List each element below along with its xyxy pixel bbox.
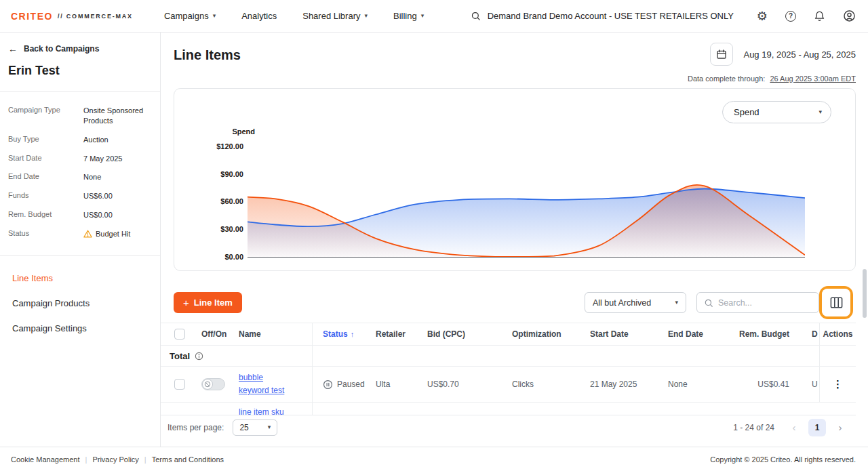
column-settings-button[interactable] [822, 289, 850, 316]
column-header-name[interactable]: Name [229, 323, 313, 345]
chevron-down-icon: ▾ [818, 109, 822, 115]
sidebar-item-campaign-products[interactable]: Campaign Products [0, 291, 160, 316]
search-icon [704, 298, 713, 308]
nav-item-billing[interactable]: Billing ▾ [393, 11, 424, 21]
campaign-details: Campaign Type Onsite Sponsored Products … [0, 92, 160, 256]
nav-item-analytics[interactable]: Analytics [241, 11, 277, 21]
column-header-rem-budget[interactable]: Rem. Budget [739, 329, 808, 339]
date-picker-button[interactable] [710, 43, 733, 66]
back-to-campaigns-link[interactable]: ← Back to Campaigns [0, 33, 160, 62]
line-items-table: Off/On Name Status ↑ Retailer Bid (CPC) … [161, 323, 856, 415]
chevron-down-icon: ▾ [421, 13, 425, 19]
column-header-daily-truncated[interactable]: D [808, 329, 819, 339]
data-complete-link[interactable]: 26 Aug 2025 3:00am EDT [770, 75, 856, 83]
primary-nav: Campaigns ▾ Analytics Shared Library ▾ B… [164, 11, 424, 21]
archive-filter-value: All but Archived [593, 298, 651, 308]
y-tick: $120.00 [174, 142, 243, 150]
current-page-button[interactable]: 1 [808, 419, 826, 436]
nav-item-billing-label: Billing [393, 11, 417, 21]
columns-button-highlight [819, 286, 853, 319]
detail-label: End Date [8, 172, 83, 182]
status-label: Paused [337, 380, 365, 389]
column-header-start-date[interactable]: Start Date [580, 329, 658, 339]
line-item-row: bubble keyword test Paused Ulta US$0.70 … [161, 367, 856, 403]
footer-links: Cookie Management | Privacy Policy | Ter… [5, 455, 229, 464]
add-line-item-label: Line Item [194, 298, 233, 308]
add-line-item-button[interactable]: + Line Item [174, 292, 242, 313]
chevron-down-icon: ▾ [675, 300, 678, 306]
back-to-campaigns-label: Back to Campaigns [24, 44, 99, 54]
nav-item-analytics-label: Analytics [241, 11, 277, 21]
criteo-logo-brand: CRITEO [11, 11, 53, 22]
sidebar-item-campaign-settings[interactable]: Campaign Settings [0, 316, 160, 341]
detail-value: 7 May 2025 [83, 154, 152, 164]
data-complete-note: Data complete through: 26 Aug 2025 3:00a… [688, 75, 856, 83]
chevron-down-icon: ▾ [365, 13, 368, 19]
detail-label: Funds [8, 191, 83, 201]
help-icon[interactable]: ? [785, 11, 796, 22]
campaign-sidebar: ← Back to Campaigns Erin Test Campaign T… [0, 33, 161, 447]
detail-value: None [83, 172, 152, 182]
footer-link-cookie-management[interactable]: Cookie Management [5, 455, 85, 464]
criteo-logo[interactable]: CRITEO // COMMERCE-MAX [11, 11, 133, 22]
date-range-text: Aug 19, 2025 - Aug 25, 2025 [743, 49, 856, 60]
criteo-logo-suffix: // COMMERCE-MAX [58, 13, 133, 20]
vertical-scrollbar-thumb[interactable] [863, 269, 867, 318]
y-tick: $90.00 [174, 170, 243, 178]
metric-select[interactable]: Spend ▾ [722, 101, 831, 123]
rem-budget-cell: US$0.41 [739, 380, 808, 389]
toggle-knob-disabled-icon [202, 379, 213, 390]
line-item-row-partial: line item sku [161, 403, 856, 415]
status-badge: Budget Hit [83, 229, 152, 239]
user-profile-icon[interactable] [843, 9, 856, 22]
table-search-box [696, 292, 819, 313]
line-item-name-link[interactable]: bubble keyword test [239, 371, 294, 396]
main-content: Line Items Aug 19, 2025 - Aug 25, 2025 D… [161, 33, 868, 447]
off-on-toggle[interactable] [201, 378, 225, 390]
column-header-offon[interactable]: Off/On [191, 329, 229, 339]
footer-link-privacy-policy[interactable]: Privacy Policy [87, 455, 144, 464]
page-title: Line Items [174, 47, 241, 63]
account-selector[interactable]: Demand Brand Demo Account - USE TEST RET… [471, 11, 734, 21]
settings-gear-icon[interactable]: ⚙ [757, 10, 768, 22]
select-all-checkbox[interactable] [174, 329, 185, 340]
data-complete-prefix: Data complete through: [688, 75, 765, 83]
warning-triangle-icon [83, 230, 92, 238]
sort-ascending-icon: ↑ [351, 330, 355, 338]
status-cell: Paused [313, 380, 366, 390]
detail-label: Rem. Budget [8, 210, 83, 220]
line-item-name-link[interactable]: line item sku [239, 406, 294, 415]
optimization-cell: Clicks [502, 380, 580, 389]
column-header-status[interactable]: Status ↑ [313, 329, 366, 339]
search-input[interactable] [718, 298, 812, 308]
detail-value: Onsite Sponsored Products [83, 106, 152, 126]
row-actions-kebab-icon[interactable]: ⋮ [833, 378, 843, 390]
campaign-section-nav: Line Items Campaign Products Campaign Se… [0, 256, 160, 350]
notifications-bell-icon[interactable] [814, 10, 825, 22]
next-page-button[interactable]: › [831, 419, 849, 436]
columns-icon [830, 297, 843, 308]
sidebar-item-line-items[interactable]: Line Items [0, 266, 160, 291]
column-header-bid-cpc[interactable]: Bid (CPC) [417, 329, 502, 339]
column-header-optimization[interactable]: Optimization [502, 329, 580, 339]
nav-item-shared-library[interactable]: Shared Library ▾ [302, 11, 368, 21]
nav-item-campaigns-label: Campaigns [164, 11, 209, 21]
info-icon[interactable] [195, 352, 203, 361]
footer-link-terms[interactable]: Terms and Conditions [146, 455, 229, 464]
copyright-text: Copyright © 2025 Criteo. All rights rese… [710, 455, 856, 464]
search-icon [471, 11, 481, 21]
pagination-range-text: 1 - 24 of 24 [733, 423, 774, 432]
metric-select-value: Spend [734, 107, 760, 117]
archive-filter-select[interactable]: All but Archived ▾ [585, 292, 686, 313]
prev-page-button[interactable]: ‹ [785, 419, 803, 436]
column-header-retailer[interactable]: Retailer [366, 329, 417, 339]
y-tick: $0.00 [174, 253, 243, 261]
top-navbar: CRITEO // COMMERCE-MAX Campaigns ▾ Analy… [0, 0, 868, 33]
plus-icon: + [183, 298, 189, 308]
nav-item-campaigns[interactable]: Campaigns ▾ [164, 11, 216, 21]
items-per-page-select[interactable]: 25 ▾ [233, 419, 277, 436]
detail-label: Start Date [8, 154, 83, 164]
column-header-end-date[interactable]: End Date [658, 329, 739, 339]
row-checkbox[interactable] [174, 379, 185, 390]
spend-line-chart [248, 146, 805, 260]
